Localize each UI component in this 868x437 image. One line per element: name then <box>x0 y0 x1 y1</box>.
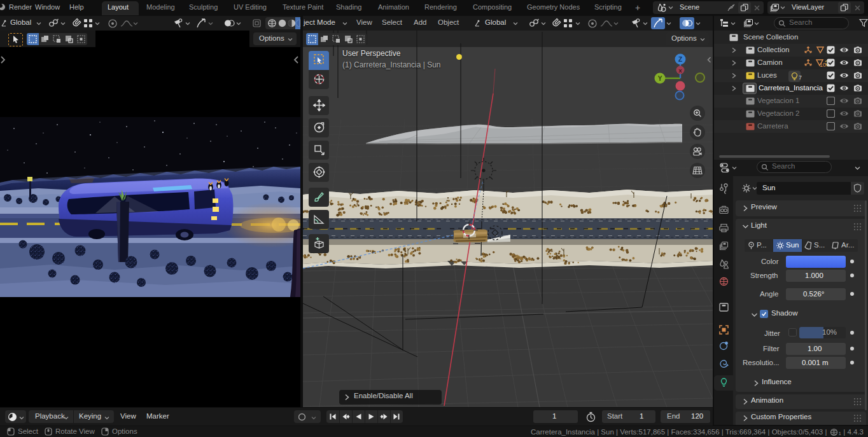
svg-text:Y: Y <box>658 75 662 82</box>
svg-text:Z: Z <box>678 56 682 63</box>
svg-text:X: X <box>678 68 682 74</box>
